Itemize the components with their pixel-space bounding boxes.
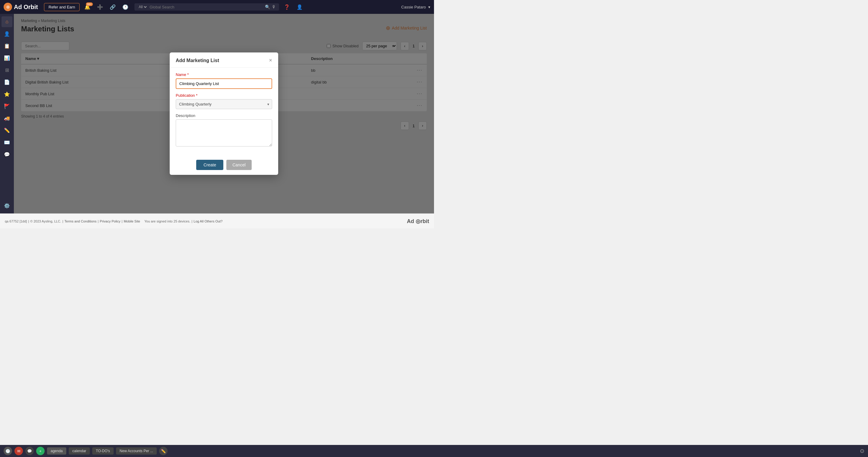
orbit-icon: ◎ (4, 3, 12, 11)
sidebar-item-contacts[interactable]: 👤 (1, 28, 12, 39)
footer-terms-link[interactable]: Terms and Conditions (64, 219, 96, 223)
global-search-input[interactable] (150, 5, 263, 9)
user-name: Cassie Pataro (401, 5, 426, 9)
sidebar-item-favorites[interactable]: ⭐ (1, 89, 12, 99)
footer-logo: Ad ◎rbit (407, 218, 429, 224)
main-content: Marketing » Marketing Lists Marketing Li… (14, 14, 434, 213)
footer-logout-link[interactable]: Log All Others Out? (193, 219, 222, 223)
description-label: Description (176, 113, 272, 118)
global-search-area: All 🔍 🎙 (134, 3, 279, 10)
publication-select[interactable]: Climbing Quarterly British Baking Monthl… (176, 99, 272, 109)
name-field-group: Name * (176, 72, 272, 89)
top-navigation: ◎ Ad Orbit Refer and Earn 🔔99+ ➕ 🔗 🕐 All… (0, 0, 434, 14)
publication-label: Publication * (176, 93, 272, 98)
footer-copyright: © 2023 Aysling, LLC. (30, 219, 61, 223)
sidebar-item-edit[interactable]: ✏️ (1, 125, 12, 136)
footer-qa-text: qa 67752 [1dd] (5, 219, 27, 223)
publication-field-group: Publication * Climbing Quarterly British… (176, 93, 272, 109)
page-footer: qa 67752 [1dd] | © 2023 Aysling, LLC. | … (0, 213, 434, 228)
sidebar-bottom: ⚙️ (1, 200, 12, 211)
modal-title: Add Marketing List (176, 58, 219, 63)
modal-body: Name * Publication * Climbing Quarterly (170, 67, 278, 157)
footer-mobile-link[interactable]: Mobile Site (124, 219, 140, 223)
app-name: Ad Orbit (14, 4, 38, 10)
sidebar-item-documents[interactable]: 📄 (1, 77, 12, 87)
sidebar-item-home[interactable]: ⌂ (1, 16, 12, 27)
sidebar-item-flags[interactable]: 🚩 (1, 101, 12, 112)
modal-close-button[interactable]: × (269, 57, 272, 64)
publication-required-marker: * (196, 93, 197, 98)
modal-backdrop: Add Marketing List × Name * Publication (14, 14, 434, 213)
history-button[interactable]: 🕐 (121, 3, 130, 11)
link-button[interactable]: 🔗 (108, 3, 118, 11)
create-button[interactable]: Create (196, 160, 223, 170)
sidebar: ⌂ 👤 📋 📊 ⊞ 📄 ⭐ 🚩 🚚 ✏️ ✉️ 💬 ⚙️ (0, 14, 14, 213)
sidebar-item-grid[interactable]: ⊞ (1, 64, 12, 75)
notification-badge: 99+ (86, 2, 93, 6)
user-chevron-icon: ▾ (428, 5, 430, 9)
sidebar-item-lists[interactable]: 📋 (1, 40, 12, 51)
main-layout: ⌂ 👤 📋 📊 ⊞ 📄 ⭐ 🚩 🚚 ✏️ ✉️ 💬 ⚙️ Marketing »… (0, 14, 434, 213)
footer-signed-in-text: You are signed into 25 devices. (144, 219, 190, 223)
cancel-button[interactable]: Cancel (226, 160, 252, 170)
notifications-button[interactable]: 🔔99+ (83, 3, 92, 11)
refer-earn-button[interactable]: Refer and Earn (44, 3, 80, 11)
user-menu[interactable]: Cassie Pataro ▾ (401, 5, 430, 9)
name-required-marker: * (187, 72, 189, 77)
footer-privacy-link[interactable]: Privacy Policy (100, 219, 120, 223)
sidebar-item-messages[interactable]: 💬 (1, 149, 12, 160)
modal-footer: Create Cancel (170, 157, 278, 175)
name-input[interactable] (176, 79, 272, 89)
sidebar-item-reports[interactable]: 📊 (1, 53, 12, 63)
help-button[interactable]: ❓ (282, 3, 292, 11)
microphone-icon[interactable]: 🎙 (272, 4, 276, 9)
sidebar-item-delivery[interactable]: 🚚 (1, 113, 12, 124)
add-marketing-list-modal: Add Marketing List × Name * Publication (170, 53, 278, 175)
sidebar-item-settings[interactable]: ⚙️ (1, 200, 12, 211)
description-textarea[interactable] (176, 119, 272, 147)
app-logo: ◎ Ad Orbit (4, 3, 38, 11)
add-button[interactable]: ➕ (95, 3, 105, 11)
name-label: Name * (176, 72, 272, 77)
description-field-group: Description (176, 113, 272, 148)
modal-header: Add Marketing List × (170, 53, 278, 67)
sidebar-item-mail[interactable]: ✉️ (1, 137, 12, 148)
search-icon: 🔍 (265, 4, 270, 9)
user-icon-button[interactable]: 👤 (295, 3, 304, 11)
search-scope-select[interactable]: All (137, 4, 148, 9)
